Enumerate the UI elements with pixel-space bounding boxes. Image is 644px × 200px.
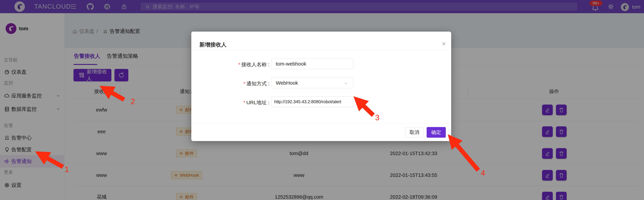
- modal-header-divider: [191, 50, 451, 50]
- modal-title: 新增接收人: [200, 41, 226, 48]
- notify-method-select[interactable]: WebHook: [272, 78, 353, 88]
- close-icon[interactable]: [439, 39, 449, 49]
- notify-method-value: WebHook: [276, 80, 298, 86]
- receiver-name-input[interactable]: tom-webhook: [272, 58, 353, 69]
- confirm-button[interactable]: 确定: [426, 127, 446, 138]
- webhook-url-input[interactable]: http://192.345.43.2:8080/robot/alert: [272, 97, 353, 107]
- chevron-down-icon: [344, 78, 348, 88]
- app-root: TANCLOUD 搜索监控: 名称、IP等 99+ tom tom 主导航 仪表…: [0, 0, 644, 200]
- add-receiver-modal: 新增接收人 *接收人名称 : tom-webhook *通知方式 : WebHo…: [191, 32, 451, 141]
- required-asterisk: *: [244, 81, 246, 86]
- required-asterisk: *: [244, 100, 246, 105]
- receiver-name-value: tom-webhook: [276, 61, 306, 67]
- field-label-name: *接收人名称 :: [195, 61, 270, 68]
- cancel-button[interactable]: 取消: [405, 127, 424, 138]
- field-label-url: *URL地址 :: [195, 99, 270, 106]
- required-asterisk: *: [238, 62, 240, 67]
- modal-footer-divider: [191, 123, 451, 123]
- webhook-url-value: http://192.345.43.2:8080/robot/alert: [274, 99, 341, 104]
- field-label-method: *通知方式 :: [195, 80, 270, 87]
